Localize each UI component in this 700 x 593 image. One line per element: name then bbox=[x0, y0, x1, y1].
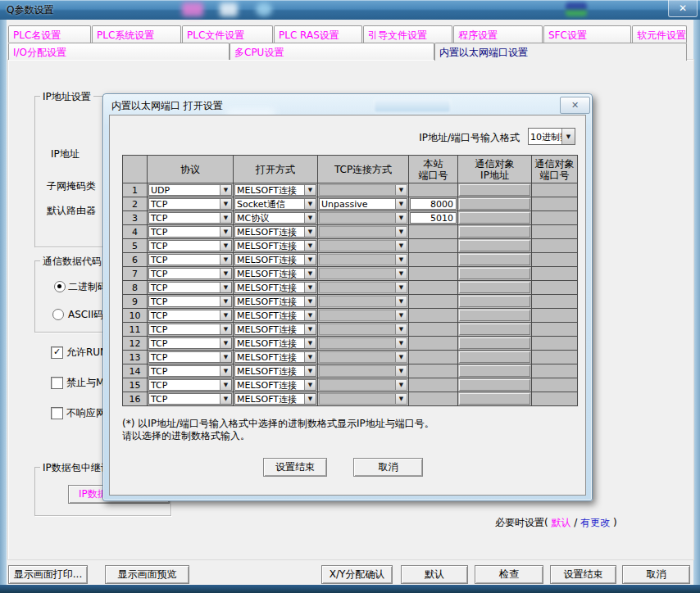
footer-default-link[interactable]: 默认 bbox=[552, 517, 571, 528]
chevron-down-icon[interactable]: ▼ bbox=[220, 324, 231, 334]
chevron-down-icon[interactable]: ▼ bbox=[395, 255, 407, 265]
open-method-select[interactable]: MELSOFT连接▼ bbox=[234, 254, 316, 265]
chevron-down-icon[interactable]: ▼ bbox=[304, 199, 316, 209]
peer-ip-field[interactable] bbox=[459, 351, 530, 363]
open-method-select[interactable]: MELSOFT连接▼ bbox=[234, 282, 316, 293]
window-close-button[interactable]: ✕ bbox=[668, 0, 698, 17]
protocol-select[interactable]: TCP▼ bbox=[148, 240, 232, 251]
chevron-down-icon[interactable]: ▼ bbox=[395, 352, 407, 362]
chevron-down-icon[interactable]: ▼ bbox=[395, 366, 407, 376]
peer-ip-field[interactable] bbox=[459, 226, 530, 238]
tcp-mode-select[interactable]: ▼ bbox=[319, 226, 407, 238]
tcp-mode-select[interactable]: ▼ bbox=[319, 310, 407, 321]
peer-ip-field[interactable] bbox=[459, 212, 530, 224]
chevron-down-icon[interactable]: ▼ bbox=[395, 185, 407, 195]
dialog-close-button[interactable]: ✕ bbox=[560, 97, 590, 114]
open-method-select[interactable]: MELSOFT连接▼ bbox=[234, 184, 316, 196]
tcp-mode-select[interactable]: ▼ bbox=[319, 268, 407, 279]
tab-item[interactable]: I/O分配设置 bbox=[8, 43, 230, 60]
checkbox-item[interactable]: ✓ bbox=[51, 346, 63, 359]
chevron-down-icon[interactable]: ▼ bbox=[395, 227, 407, 237]
chevron-down-icon[interactable]: ▼ bbox=[395, 394, 407, 404]
peer-ip-field[interactable] bbox=[459, 337, 530, 349]
chevron-down-icon[interactable]: ▼ bbox=[220, 366, 231, 376]
peer-ip-field[interactable] bbox=[459, 310, 530, 321]
chevron-down-icon[interactable]: ▼ bbox=[304, 227, 316, 237]
open-method-select[interactable]: MELSOFT连接▼ bbox=[234, 296, 316, 307]
tab-item[interactable]: 引导文件设置 bbox=[363, 25, 452, 43]
tcp-mode-select[interactable]: Unpassive▼ bbox=[319, 198, 407, 210]
chevron-down-icon[interactable]: ▼ bbox=[220, 213, 231, 223]
local-port-value[interactable]: 8000 bbox=[410, 198, 457, 210]
cancel-button[interactable]: 取消 bbox=[622, 565, 690, 584]
protocol-select[interactable]: TCP▼ bbox=[148, 198, 232, 210]
chevron-down-icon[interactable]: ▼ bbox=[395, 283, 407, 292]
tab-item[interactable]: PLC RAS设置 bbox=[274, 25, 362, 43]
protocol-select[interactable]: TCP▼ bbox=[148, 310, 232, 321]
chevron-down-icon[interactable]: ▼ bbox=[395, 213, 407, 223]
chevron-down-icon[interactable]: ▼ bbox=[220, 255, 231, 265]
chevron-down-icon[interactable]: ▼ bbox=[304, 352, 316, 362]
chevron-down-icon[interactable]: ▼ bbox=[220, 227, 231, 237]
protocol-select[interactable]: TCP▼ bbox=[148, 296, 232, 307]
chevron-down-icon[interactable]: ▼ bbox=[220, 380, 231, 390]
peer-ip-field[interactable] bbox=[459, 268, 530, 279]
chevron-down-icon[interactable]: ▼ bbox=[220, 394, 231, 404]
peer-ip-field[interactable] bbox=[459, 282, 530, 293]
radio-binary-code[interactable] bbox=[54, 281, 66, 292]
open-method-select[interactable]: MELSOFT连接▼ bbox=[234, 337, 316, 349]
peer-ip-field[interactable] bbox=[459, 254, 530, 265]
chevron-down-icon[interactable]: ▼ bbox=[220, 310, 231, 320]
protocol-select[interactable]: TCP▼ bbox=[148, 226, 232, 238]
chevron-down-icon[interactable]: ▼ bbox=[220, 199, 231, 209]
footer-changed-link[interactable]: 有更改 bbox=[580, 517, 610, 528]
chevron-down-icon[interactable]: ▼ bbox=[220, 283, 231, 292]
peer-ip-field[interactable] bbox=[459, 240, 530, 251]
tcp-mode-select[interactable]: ▼ bbox=[319, 282, 407, 293]
chevron-down-icon[interactable]: ▼ bbox=[304, 185, 316, 195]
chevron-down-icon[interactable]: ▼ bbox=[220, 338, 231, 348]
open-method-select[interactable]: MELSOFT连接▼ bbox=[234, 240, 316, 251]
tcp-mode-select[interactable]: ▼ bbox=[319, 337, 407, 349]
protocol-select[interactable]: TCP▼ bbox=[148, 379, 232, 391]
display-screen-preview-button[interactable]: 显示画面预览 bbox=[105, 565, 189, 584]
open-method-select[interactable]: MELSOFT连接▼ bbox=[234, 268, 316, 279]
peer-ip-field[interactable] bbox=[459, 296, 530, 307]
local-port-value[interactable]: 5010 bbox=[410, 212, 457, 224]
default-button[interactable]: 默认 bbox=[401, 565, 468, 584]
dialog-ok-button[interactable]: 设置结束 bbox=[263, 458, 327, 477]
chevron-down-icon[interactable]: ▼ bbox=[304, 269, 316, 278]
protocol-select[interactable]: TCP▼ bbox=[148, 254, 232, 265]
tcp-mode-select[interactable]: ▼ bbox=[319, 296, 407, 307]
open-method-select[interactable]: MC协议▼ bbox=[234, 212, 316, 224]
protocol-select[interactable]: TCP▼ bbox=[148, 351, 232, 363]
chevron-down-icon[interactable]: ▼ bbox=[304, 310, 316, 320]
open-method-select[interactable]: MELSOFT连接▼ bbox=[234, 393, 316, 405]
tcp-mode-select[interactable]: ▼ bbox=[319, 212, 407, 224]
protocol-select[interactable]: TCP▼ bbox=[148, 337, 232, 349]
chevron-down-icon[interactable]: ▼ bbox=[220, 269, 231, 278]
tcp-mode-select[interactable]: ▼ bbox=[319, 240, 407, 251]
protocol-select[interactable]: TCP▼ bbox=[148, 365, 232, 377]
chevron-down-icon[interactable]: ▼ bbox=[395, 324, 407, 334]
open-method-select[interactable]: MELSOFT连接▼ bbox=[234, 379, 316, 391]
peer-ip-field[interactable] bbox=[459, 184, 530, 196]
open-method-select[interactable]: MELSOFT连接▼ bbox=[234, 351, 316, 363]
peer-ip-field[interactable] bbox=[459, 379, 530, 391]
open-method-select[interactable]: MELSOFT连接▼ bbox=[234, 226, 316, 238]
chevron-down-icon[interactable]: ▼ bbox=[395, 310, 407, 320]
protocol-select[interactable]: TCP▼ bbox=[148, 212, 232, 224]
tcp-mode-select[interactable]: ▼ bbox=[319, 254, 407, 265]
chevron-down-icon[interactable]: ▼ bbox=[304, 324, 316, 334]
chevron-down-icon[interactable]: ▼ bbox=[220, 185, 231, 195]
peer-ip-field[interactable] bbox=[459, 365, 530, 377]
chevron-down-icon[interactable]: ▼ bbox=[220, 241, 231, 251]
chevron-down-icon[interactable]: ▼ bbox=[304, 338, 316, 348]
peer-ip-field[interactable] bbox=[459, 198, 530, 210]
chevron-down-icon[interactable]: ▼ bbox=[220, 352, 231, 362]
tab-built-in-ethernet-port-selected[interactable]: 内置以太网端口设置 bbox=[434, 43, 687, 61]
local-port-cell[interactable]: 5010 bbox=[409, 211, 458, 225]
tab-item[interactable]: PLC名设置 bbox=[8, 25, 91, 43]
chevron-down-icon[interactable]: ▼ bbox=[304, 380, 316, 390]
chevron-down-icon[interactable]: ▼ bbox=[304, 241, 316, 251]
